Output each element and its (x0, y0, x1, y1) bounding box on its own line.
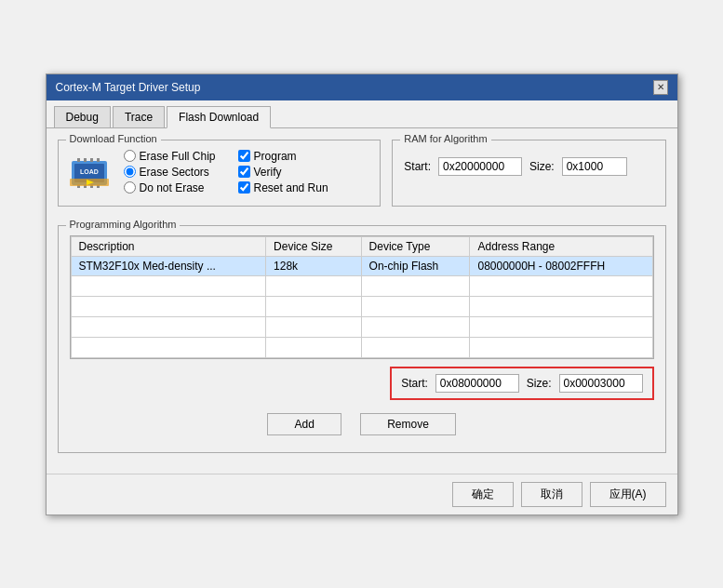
radio-do-not-erase-label: Do not Erase (140, 181, 205, 194)
main-content: Download Function LOAD (47, 128, 677, 474)
col-description: Description (71, 236, 266, 256)
ram-for-algorithm-label: RAM for Algorithm (400, 133, 490, 144)
programming-algorithm-label: Programming Algorithm (66, 219, 181, 230)
download-function-group: Download Function LOAD (58, 140, 382, 207)
tab-debug[interactable]: Debug (54, 106, 111, 127)
svg-text:LOAD: LOAD (80, 168, 99, 175)
ram-for-algorithm-group: RAM for Algorithm Start: Size: (392, 140, 665, 207)
algo-start-label: Start: (401, 377, 428, 390)
add-button[interactable]: Add (267, 413, 341, 435)
col-device-size: Device Size (266, 236, 361, 256)
cell-device-size: 128k (266, 256, 361, 275)
remove-button[interactable]: Remove (360, 413, 456, 435)
radio-erase-full[interactable]: Erase Full Chip (124, 150, 216, 163)
algo-start-input[interactable] (435, 374, 519, 393)
algo-size-label: Size: (527, 377, 552, 390)
check-verify-input[interactable] (238, 166, 250, 178)
radio-do-not-erase[interactable]: Do not Erase (124, 181, 216, 194)
check-reset-run-label: Reset and Run (254, 181, 328, 194)
table-empty-row-1 (71, 275, 652, 296)
title-bar-buttons: ✕ (653, 80, 668, 95)
download-function-label: Download Function (66, 133, 161, 144)
algorithm-start-size-row: Start: Size: (390, 367, 653, 400)
check-program[interactable]: Program (238, 150, 328, 163)
col-address-range: Address Range (470, 236, 652, 256)
ram-start-label: Start: (404, 160, 431, 173)
cell-device-type: On-chip Flash (361, 256, 470, 275)
check-reset-run-input[interactable] (238, 181, 250, 194)
tab-flash-download[interactable]: Flash Download (167, 106, 271, 128)
check-reset-run[interactable]: Reset and Run (238, 181, 328, 194)
algo-size-input[interactable] (559, 374, 643, 393)
add-remove-buttons: Add Remove (70, 413, 654, 435)
svg-rect-4 (84, 158, 87, 162)
radio-erase-sectors[interactable]: Erase Sectors (124, 166, 216, 179)
check-verify-label: Verify (254, 166, 282, 179)
col-device-type: Device Type (361, 236, 470, 256)
radio-do-not-erase-input[interactable] (124, 181, 136, 194)
radio-column: Erase Full Chip Erase Sectors Do not Era… (124, 150, 216, 194)
radio-erase-full-label: Erase Full Chip (140, 150, 216, 163)
check-verify[interactable]: Verify (238, 166, 328, 179)
tab-trace[interactable]: Trace (113, 106, 165, 127)
cell-address-range: 08000000H - 08002FFFH (470, 256, 652, 275)
table-empty-row-4 (71, 337, 652, 357)
check-column: Program Verify Reset and Run (238, 150, 328, 194)
svg-rect-3 (77, 158, 80, 162)
ram-size-input[interactable] (562, 157, 627, 176)
close-button[interactable]: ✕ (653, 80, 668, 95)
tabs-container: Debug Trace Flash Download (47, 100, 677, 128)
top-section: Download Function LOAD (58, 140, 666, 216)
title-bar: Cortex-M Target Driver Setup ✕ (47, 74, 677, 100)
check-program-input[interactable] (238, 150, 250, 162)
check-program-label: Program (254, 150, 297, 163)
cancel-button[interactable]: 取消 (521, 482, 582, 507)
table-empty-row-3 (71, 316, 652, 337)
download-function-content: LOAD (70, 150, 369, 194)
dialog-window: Cortex-M Target Driver Setup ✕ Debug Tra… (46, 74, 678, 515)
algorithm-table: Description Device Size Device Type Addr… (71, 236, 653, 358)
table-empty-row-2 (71, 296, 652, 316)
radio-erase-sectors-label: Erase Sectors (140, 166, 209, 179)
radio-erase-full-input[interactable] (124, 150, 136, 162)
load-icon: LOAD (70, 154, 109, 193)
apply-button[interactable]: 应用(A) (590, 482, 666, 507)
programming-algorithm-group: Programming Algorithm Description Device… (58, 225, 666, 453)
ok-button[interactable]: 确定 (452, 482, 514, 507)
table-header-row: Description Device Size Device Type Addr… (71, 236, 652, 256)
dialog-footer: 确定 取消 应用(A) (47, 474, 677, 514)
algorithm-table-container: Description Device Size Device Type Addr… (70, 235, 654, 359)
ram-size-label: Size: (529, 160, 555, 173)
ram-row: Start: Size: (404, 157, 653, 176)
radio-erase-sectors-input[interactable] (124, 166, 136, 178)
ram-start-input[interactable] (438, 157, 522, 176)
cell-description: STM32F10x Med-density ... (71, 256, 266, 275)
dialog-title: Cortex-M Target Driver Setup (56, 81, 201, 94)
svg-rect-5 (90, 158, 93, 162)
svg-rect-6 (97, 158, 100, 162)
table-row[interactable]: STM32F10x Med-density ... 128k On-chip F… (71, 256, 652, 275)
